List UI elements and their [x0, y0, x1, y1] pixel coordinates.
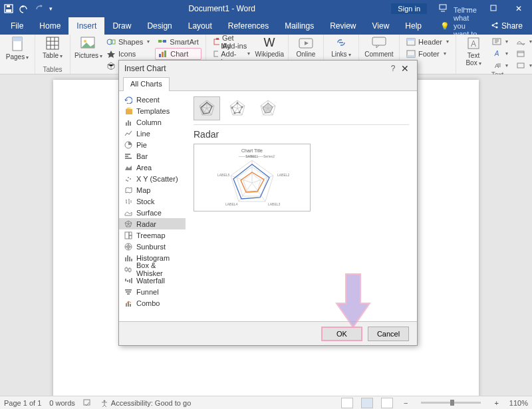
- save-icon[interactable]: [4, 4, 13, 13]
- svg-rect-15: [158, 40, 162, 43]
- tab-help[interactable]: Help: [397, 17, 430, 35]
- shapes-button[interactable]: Shapes▾: [104, 36, 152, 47]
- spellcheck-icon[interactable]: [83, 398, 92, 408]
- wikipedia-button[interactable]: W Wikipedia: [255, 36, 284, 58]
- zoom-in-button[interactable]: +: [491, 399, 501, 407]
- chart-type-sunburst[interactable]: Sunburst: [119, 241, 186, 252]
- svg-rect-62: [131, 278, 132, 283]
- chart-type-recent[interactable]: Recent: [119, 94, 186, 105]
- svg-rect-20: [214, 39, 219, 45]
- svg-text:LABEL1: LABEL1: [246, 154, 259, 158]
- chart-type-bar[interactable]: Bar: [119, 150, 186, 162]
- radar-subtype-markers[interactable]: [224, 96, 251, 120]
- object-button[interactable]: ▾: [513, 60, 532, 71]
- signature-line-button[interactable]: ▾: [513, 36, 532, 47]
- smartart-button[interactable]: SmartArt: [155, 36, 201, 47]
- pictures-button[interactable]: Pictures▾: [74, 36, 101, 59]
- tell-me-search[interactable]: 💡 Tell me what you want to do: [430, 17, 481, 35]
- chart-type-box-whisker[interactable]: Box & Whisker: [119, 263, 186, 275]
- svg-rect-67: [128, 302, 129, 307]
- tab-design[interactable]: Design: [139, 17, 180, 35]
- maximize-button[interactable]: [484, 4, 503, 13]
- ok-button[interactable]: OK: [321, 327, 362, 341]
- chart-type-combo[interactable]: Combo: [119, 297, 186, 309]
- zoom-out-button[interactable]: −: [401, 399, 410, 407]
- chart-type-pie[interactable]: Pie: [119, 139, 186, 150]
- radar-subtype-basic[interactable]: [194, 96, 220, 120]
- chart-type-funnel[interactable]: Funnel: [119, 286, 186, 297]
- tab-insert[interactable]: Insert: [68, 17, 104, 35]
- wordart-button[interactable]: A▾: [489, 48, 511, 59]
- pages-button[interactable]: Pages▾: [4, 36, 31, 61]
- chart-type-x-y-scatter-[interactable]: X Y (Scatter): [119, 173, 186, 184]
- svg-rect-52: [129, 235, 132, 239]
- view-web-layout[interactable]: [381, 398, 393, 408]
- svg-marker-80: [263, 103, 273, 113]
- quick-parts-button[interactable]: ▾: [489, 36, 511, 47]
- text-box-button[interactable]: A Text Box▾: [460, 36, 487, 67]
- svg-text:LABEL3: LABEL3: [268, 202, 281, 206]
- status-words[interactable]: 0 words: [49, 399, 75, 407]
- ribbon-options-icon[interactable]: [434, 4, 452, 14]
- svg-text:W: W: [264, 36, 275, 49]
- chart-type-radar[interactable]: Radar: [119, 218, 186, 229]
- undo-icon[interactable]: [19, 4, 29, 13]
- cancel-button[interactable]: Cancel: [368, 327, 409, 341]
- chart-type-map[interactable]: Map: [119, 184, 186, 196]
- tab-review[interactable]: Review: [322, 17, 364, 35]
- tab-draw[interactable]: Draw: [104, 17, 139, 35]
- my-addins-button[interactable]: My Add-ins▾: [210, 48, 253, 59]
- chart-type-area[interactable]: Area: [119, 162, 186, 173]
- chart-type-list: RecentTemplatesColumnLinePieBarAreaX Y (…: [119, 91, 186, 321]
- accessibility-status[interactable]: Accessibility: Good to go: [100, 399, 191, 407]
- header-button[interactable]: Header▾: [404, 36, 452, 47]
- dialog-close-button[interactable]: ✕: [398, 63, 412, 74]
- tab-layout[interactable]: Layout: [180, 17, 220, 35]
- chart-type-surface[interactable]: Surface: [119, 207, 186, 218]
- svg-text:LABEL5: LABEL5: [217, 173, 230, 177]
- chart-preview[interactable]: Chart Title ——Series1——Series2 LABEL1 LA…: [194, 144, 311, 211]
- view-print-layout[interactable]: [361, 398, 373, 408]
- links-button[interactable]: Links▾: [328, 36, 354, 58]
- signin-button[interactable]: Sign in: [391, 3, 427, 14]
- share-button[interactable]: Share: [481, 17, 532, 35]
- chart-button[interactable]: Chart: [155, 48, 201, 60]
- chart-type-treemap[interactable]: Treemap: [119, 229, 186, 241]
- close-button[interactable]: ✕: [509, 4, 528, 13]
- comment-button[interactable]: Comment: [363, 36, 395, 58]
- dialog-help-button[interactable]: ?: [388, 64, 398, 73]
- svg-point-78: [231, 107, 233, 109]
- view-read-mode[interactable]: [341, 398, 353, 408]
- chart-type-stock[interactable]: Stock: [119, 196, 186, 207]
- dialog-tab-all-charts[interactable]: All Charts: [123, 77, 170, 91]
- tab-home[interactable]: Home: [31, 17, 68, 35]
- redo-icon[interactable]: [35, 4, 44, 13]
- svg-rect-50: [125, 232, 129, 239]
- tab-view[interactable]: View: [364, 17, 398, 35]
- date-time-button[interactable]: [513, 48, 532, 59]
- zoom-slider[interactable]: [421, 402, 481, 404]
- tab-file[interactable]: File: [3, 17, 31, 35]
- drop-cap-button[interactable]: A▾: [489, 60, 511, 71]
- online-video-button[interactable]: Online: [293, 36, 319, 58]
- tab-references[interactable]: References: [220, 17, 277, 35]
- zoom-level[interactable]: 110%: [509, 399, 528, 407]
- lightbulb-icon: 💡: [440, 22, 450, 31]
- svg-rect-29: [407, 55, 415, 57]
- footer-button[interactable]: Footer▾: [404, 48, 452, 59]
- svg-rect-39: [128, 120, 129, 126]
- tab-mailings[interactable]: Mailings: [277, 17, 322, 35]
- radar-subtype-filled[interactable]: [255, 96, 281, 120]
- chart-type-templates[interactable]: Templates: [119, 105, 186, 116]
- svg-rect-1: [6, 9, 11, 12]
- icons-button[interactable]: Icons: [104, 48, 152, 59]
- svg-rect-16: [163, 40, 166, 43]
- svg-rect-10: [47, 37, 59, 49]
- svg-rect-57: [129, 257, 130, 261]
- status-page[interactable]: Page 1 of 1: [4, 399, 41, 407]
- table-button[interactable]: Table▾: [39, 36, 66, 59]
- svg-rect-51: [129, 232, 132, 235]
- chart-type-line[interactable]: Line: [119, 128, 186, 139]
- svg-rect-27: [407, 39, 415, 41]
- chart-type-column[interactable]: Column: [119, 116, 186, 128]
